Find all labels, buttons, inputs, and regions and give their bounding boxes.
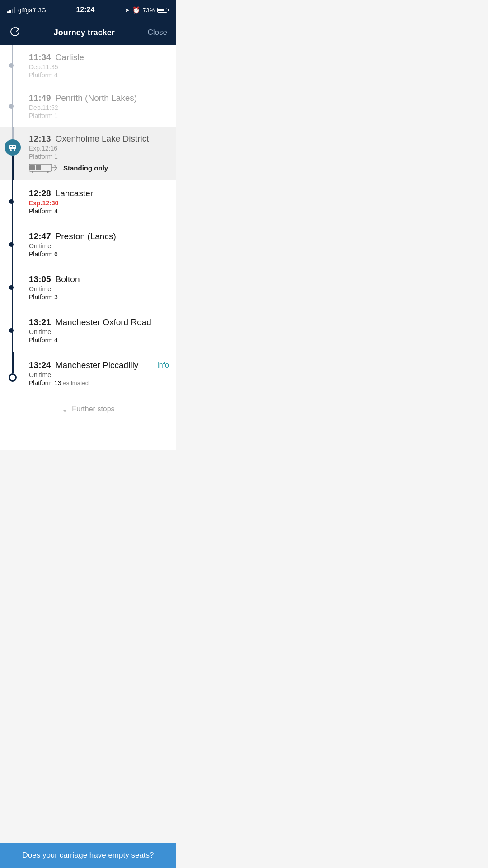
network-label: 3G <box>38 7 46 14</box>
signal-bar-2 <box>9 10 11 13</box>
lancaster-platform: Platform 4 <box>29 208 169 215</box>
lancaster-dep: Exp.12:30 <box>29 199 169 207</box>
piccadilly-text: 13:24 Manchester Piccadilly On time Plat… <box>29 360 157 387</box>
dot-preston <box>9 242 14 247</box>
oxenholme-time: 12:13 <box>29 134 51 144</box>
signal-bar-4 <box>14 7 15 13</box>
carlisle-dep: Dep.11:35 <box>29 63 169 71</box>
bolton-platform: Platform 3 <box>29 293 169 301</box>
oxenholme-platform: Platform 1 <box>29 153 169 160</box>
dot-manchester-oxford <box>9 328 14 333</box>
bolton-name: Bolton <box>56 274 80 284</box>
manchester-oxford-platform: Platform 4 <box>29 336 169 344</box>
refresh-icon <box>9 26 21 38</box>
timeline-lancaster <box>0 180 25 223</box>
refresh-button[interactable] <box>9 26 21 39</box>
further-stops-row[interactable]: ⌄ Further stops <box>0 395 176 423</box>
penrith-time: 11:49 <box>29 93 51 103</box>
footer-banner[interactable]: Does your carriage have empty seats? <box>0 843 176 868</box>
svg-rect-9 <box>36 169 41 170</box>
stop-lancaster: 12:28 Lancaster Exp.12:30 Platform 4 <box>0 180 176 223</box>
timeline-bolton <box>0 266 25 309</box>
timeline-manchester-piccadilly <box>0 352 25 395</box>
dot-bolton <box>9 285 14 290</box>
piccadilly-info: 13:24 Manchester Piccadilly On time Plat… <box>25 352 176 395</box>
preston-platform: Platform 6 <box>29 250 169 258</box>
svg-rect-7 <box>29 169 35 170</box>
manchester-oxford-time: 13:21 <box>29 317 51 327</box>
chevron-down-icon: ⌄ <box>61 404 68 414</box>
close-button[interactable]: Close <box>148 28 167 37</box>
stop-bolton: 13:05 Bolton On time Platform 3 <box>0 266 176 309</box>
time-label: 12:24 <box>76 6 94 14</box>
line-oxenholme-top <box>12 127 14 139</box>
carlisle-platform: Platform 4 <box>29 71 169 79</box>
timeline-manchester-oxford <box>0 309 25 352</box>
bolton-info: 13:05 Bolton On time Platform 3 <box>25 266 176 309</box>
piccadilly-dep: On time <box>29 371 157 378</box>
manchester-oxford-dep: On time <box>29 328 169 335</box>
stops-list: 11:34 Carlisle Dep.11:35 Platform 4 11:4… <box>0 45 176 450</box>
carriage-icon <box>29 163 60 173</box>
penrith-dep: Dep.11:52 <box>29 104 169 111</box>
lancaster-time: 12:28 <box>29 189 51 198</box>
svg-point-4 <box>10 149 12 151</box>
piccadilly-name: Manchester Piccadilly <box>56 360 139 370</box>
dot-penrith <box>9 104 14 108</box>
carlisle-info: 11:34 Carlisle Dep.11:35 Platform 4 <box>25 45 176 86</box>
footer-label: Does your carriage have empty seats? <box>22 851 154 859</box>
battery-icon <box>157 8 169 13</box>
svg-rect-1 <box>10 146 12 147</box>
footer-spacer <box>0 423 176 450</box>
bolton-time: 13:05 <box>29 274 51 284</box>
stop-penrith: 11:49 Penrith (North Lakes) Dep.11:52 Pl… <box>0 86 176 127</box>
alarm-icon: ⏰ <box>132 6 140 14</box>
oxenholme-dep: Exp.12:16 <box>29 145 169 152</box>
carrier-label: giffgaff <box>18 7 36 14</box>
piccadilly-platform-row: Platform 13 estimated <box>29 379 157 387</box>
oxenholme-name: Oxenholme Lake District <box>56 134 149 144</box>
svg-point-12 <box>47 171 49 173</box>
preston-info: 12:47 Preston (Lancs) On time Platform 6 <box>25 223 176 266</box>
manchester-oxford-name: Manchester Oxford Road <box>56 317 151 327</box>
timeline-carlisle <box>0 45 25 86</box>
dot-piccadilly <box>9 373 17 382</box>
stop-preston: 12:47 Preston (Lancs) On time Platform 6 <box>0 223 176 266</box>
signal-bars <box>7 7 15 13</box>
header: Journey tracker Close <box>0 20 176 45</box>
carlisle-time: 11:34 <box>29 52 51 62</box>
preston-name: Preston (Lancs) <box>56 231 116 241</box>
lancaster-info: 12:28 Lancaster Exp.12:30 Platform 4 <box>25 180 176 223</box>
lancaster-name: Lancaster <box>56 189 93 198</box>
penrith-platform: Platform 1 <box>29 112 169 119</box>
svg-point-11 <box>32 171 33 173</box>
battery-label: 73% <box>143 7 155 14</box>
signal-bar-3 <box>12 9 13 13</box>
bolton-dep: On time <box>29 285 169 292</box>
timeline-penrith <box>0 86 25 127</box>
info-link[interactable]: info <box>157 360 173 369</box>
status-right: ➤ ⏰ 73% <box>125 6 169 14</box>
standing-text: Standing only <box>63 164 108 172</box>
train-svg <box>8 143 17 152</box>
piccadilly-estimated: estimated <box>63 380 89 387</box>
train-icon <box>5 139 21 156</box>
piccadilly-platform: Platform 13 <box>29 379 61 387</box>
further-stops-label: Further stops <box>72 405 114 413</box>
location-icon: ➤ <box>125 7 130 14</box>
manchester-oxford-info: 13:21 Manchester Oxford Road On time Pla… <box>25 309 176 352</box>
svg-point-5 <box>14 149 15 151</box>
line-piccadilly-top <box>12 352 14 373</box>
svg-rect-2 <box>13 146 15 147</box>
signal-bar-1 <box>7 11 9 13</box>
piccadilly-time: 13:24 <box>29 360 51 370</box>
svg-rect-3 <box>9 148 16 149</box>
stop-carlisle: 11:34 Carlisle Dep.11:35 Platform 4 <box>0 45 176 86</box>
penrith-name: Penrith (North Lakes) <box>56 93 137 103</box>
status-bar: giffgaff 3G 12:24 ➤ ⏰ 73% <box>0 0 176 20</box>
penrith-info: 11:49 Penrith (North Lakes) Dep.11:52 Pl… <box>25 86 176 127</box>
stop-manchester-piccadilly: 13:24 Manchester Piccadilly On time Plat… <box>0 352 176 395</box>
page-title: Journey tracker <box>54 28 115 38</box>
standing-row: Standing only <box>29 163 169 173</box>
stop-oxenholme: 12:13 Oxenholme Lake District Exp.12:16 … <box>0 127 176 180</box>
